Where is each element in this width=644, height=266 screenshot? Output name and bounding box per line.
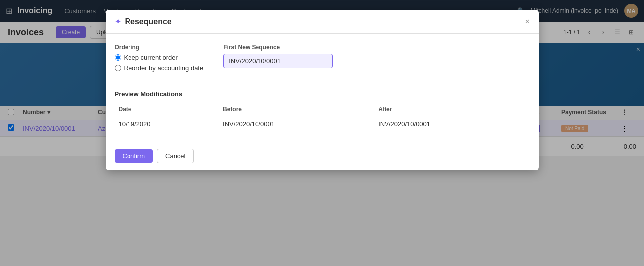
preview-row: 10/19/2020 INV/2020/10/0001 INV/2020/10/…: [115, 116, 530, 132]
preview-date: 10/19/2020: [115, 116, 219, 132]
modal-body: Ordering Keep current order Reorder by a…: [106, 34, 539, 142]
modal-overlay: ✦ Resequence × Ordering Keep current ord…: [0, 0, 644, 266]
preview-col-before: Before: [219, 103, 374, 116]
radio-keep-option[interactable]: Keep current order: [115, 54, 204, 61]
preview-col-date: Date: [115, 103, 219, 116]
cancel-button[interactable]: Cancel: [157, 149, 194, 163]
preview-col-after: After: [374, 103, 529, 116]
modal-close-button[interactable]: ×: [525, 18, 529, 26]
form-section: Ordering Keep current order Reorder by a…: [115, 44, 530, 72]
radio-group: Keep current order Reorder by accounting…: [115, 54, 204, 72]
resequence-icon: ✦: [115, 17, 121, 26]
modal-header: ✦ Resequence ×: [106, 10, 539, 34]
first-new-seq-label: First New Sequence: [223, 44, 333, 51]
preview-table: Date Before After 10/19/2020 INV/2020/10…: [115, 103, 530, 132]
radio-reorder-input[interactable]: [115, 65, 121, 71]
preview-after: INV/2020/10/0001: [374, 116, 529, 132]
preview-title: Preview Modifications: [115, 90, 530, 98]
resequence-modal: ✦ Resequence × Ordering Keep current ord…: [106, 10, 539, 170]
radio-reorder-option[interactable]: Reorder by accounting date: [115, 64, 204, 72]
first-new-seq-input[interactable]: [223, 54, 333, 68]
modal-title: Resequence: [125, 17, 525, 26]
confirm-button[interactable]: Confirm: [115, 149, 153, 163]
preview-section: Preview Modifications Date Before After …: [115, 82, 530, 132]
radio-reorder-label: Reorder by accounting date: [124, 64, 204, 72]
radio-keep-input[interactable]: [115, 54, 121, 61]
preview-before: INV/2020/10/0001: [219, 116, 374, 132]
first-new-seq-field: First New Sequence: [223, 44, 333, 68]
radio-keep-label: Keep current order: [124, 54, 178, 61]
ordering-label: Ordering: [115, 44, 204, 51]
ordering-field: Ordering Keep current order Reorder by a…: [115, 44, 204, 72]
modal-footer: Confirm Cancel: [106, 142, 539, 170]
